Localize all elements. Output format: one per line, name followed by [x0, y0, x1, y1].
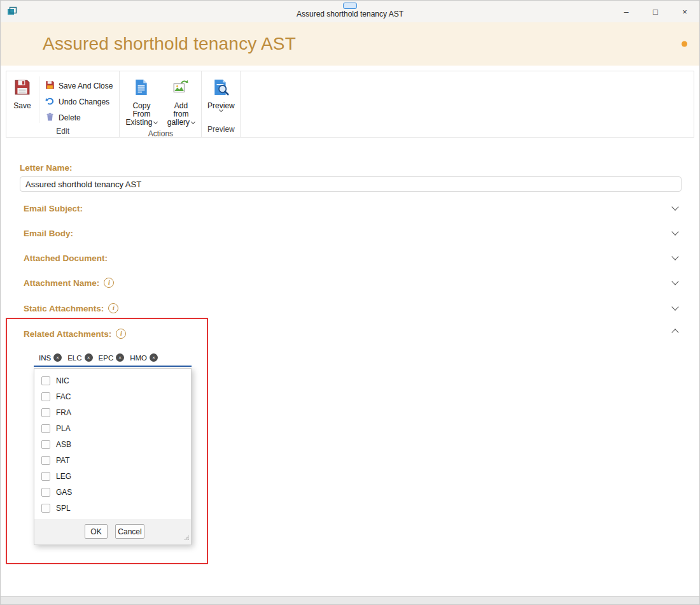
- chevron-down-icon: [191, 119, 195, 124]
- checkbox[interactable]: [41, 472, 50, 481]
- copy-from-existing-label2: Existing: [125, 118, 152, 127]
- section-email-body-label: Email Body:: [24, 229, 73, 238]
- list-item[interactable]: SPL: [34, 500, 191, 516]
- checkbox[interactable]: [41, 392, 50, 401]
- resize-grip-icon[interactable]: [184, 532, 190, 543]
- info-icon[interactable]: [104, 278, 114, 288]
- delete-icon: [45, 112, 55, 124]
- list-item[interactable]: LEG: [34, 468, 191, 484]
- close-button[interactable]: ×: [670, 1, 699, 22]
- save-button[interactable]: Save: [8, 74, 37, 125]
- option-label: PAT: [56, 456, 70, 465]
- section-attached-document[interactable]: Attached Document:: [24, 251, 680, 265]
- letter-name-input[interactable]: [20, 176, 682, 192]
- section-attachment-name[interactable]: Attachment Name:: [24, 276, 680, 290]
- info-icon[interactable]: [108, 303, 118, 313]
- option-label: SPL: [56, 504, 71, 513]
- list-item[interactable]: NIC: [34, 373, 191, 388]
- status-dot: [682, 41, 687, 47]
- add-from-gallery-label1: Add from: [165, 102, 196, 118]
- bottom-strip: [1, 596, 699, 604]
- option-label: NIC: [56, 376, 69, 385]
- tag-item: HMO: [130, 353, 158, 362]
- option-label: FAC: [56, 392, 71, 401]
- section-related-attachments[interactable]: Related Attachments:: [24, 327, 680, 341]
- option-label: ASB: [56, 440, 71, 449]
- copy-from-existing-button[interactable]: Copy From Existing: [121, 74, 162, 128]
- chevron-down-icon[interactable]: [671, 278, 678, 285]
- tag-item: ELC: [67, 353, 92, 362]
- tag-remove-icon[interactable]: [150, 353, 158, 362]
- list-item[interactable]: FAC: [34, 388, 191, 404]
- preview-icon: [213, 79, 229, 98]
- checkbox[interactable]: [41, 504, 50, 513]
- ribbon-group-actions-label: Actions: [120, 128, 201, 139]
- tag-label: INS: [39, 354, 51, 362]
- checkbox[interactable]: [41, 456, 50, 465]
- section-attached-document-label: Attached Document:: [24, 253, 108, 263]
- undo-changes-label: Undo Changes: [59, 97, 109, 106]
- delete-label: Delete: [59, 113, 81, 122]
- dropdown-footer: OK Cancel: [34, 519, 191, 544]
- checkbox[interactable]: [41, 408, 50, 417]
- save-and-close-label: Save And Close: [59, 82, 113, 90]
- checkbox[interactable]: [41, 488, 50, 497]
- letter-name-label: Letter Name:: [20, 163, 73, 173]
- list-item[interactable]: PAT: [34, 452, 191, 468]
- list-item[interactable]: PLA: [34, 420, 191, 436]
- minimize-button[interactable]: –: [612, 1, 641, 22]
- section-related-attachments-label: Related Attachments:: [24, 329, 111, 339]
- add-from-gallery-button[interactable]: Add from gallery: [162, 74, 200, 128]
- chevron-down-icon[interactable]: [671, 203, 678, 210]
- preview-button[interactable]: Preview: [203, 74, 239, 124]
- cancel-button[interactable]: Cancel: [115, 524, 144, 539]
- ribbon-group-edit-label: Edit: [6, 125, 119, 137]
- titlebar: Assured shorthold tenancy AST – □ ×: [1, 1, 699, 22]
- save-and-close-button[interactable]: Save And Close: [41, 78, 118, 94]
- list-item[interactable]: GAS: [34, 484, 191, 500]
- app-window: Assured shorthold tenancy AST – □ × Assu…: [0, 0, 700, 605]
- maximize-button[interactable]: □: [641, 1, 670, 22]
- section-email-body[interactable]: Email Body:: [24, 226, 680, 240]
- tab-pill-icon: [343, 3, 357, 9]
- option-label: PLA: [56, 424, 71, 433]
- option-label: GAS: [56, 488, 72, 497]
- chevron-down-icon[interactable]: [671, 228, 678, 235]
- related-attachments-dropdown: NIC FAC FRA PLA ASB PAT: [34, 368, 192, 545]
- checkbox[interactable]: [41, 376, 50, 385]
- related-attachments-tag-input[interactable]: INS ELC EPC HMO: [34, 350, 192, 367]
- tag-item: EPC: [99, 353, 125, 362]
- section-static-attachments-label: Static Attachments:: [24, 304, 104, 313]
- list-item[interactable]: FRA: [34, 404, 191, 420]
- section-static-attachments[interactable]: Static Attachments:: [24, 301, 680, 315]
- ribbon-group-preview: Preview Preview: [202, 71, 241, 137]
- chevron-down-icon[interactable]: [671, 303, 678, 310]
- ok-button[interactable]: OK: [85, 524, 108, 539]
- info-icon[interactable]: [116, 329, 126, 339]
- save-button-label: Save: [13, 102, 31, 110]
- tag-label: ELC: [67, 354, 81, 362]
- page-title: Assured shorthold tenancy AST: [43, 34, 296, 54]
- chevron-down-icon: [153, 119, 158, 124]
- undo-changes-button[interactable]: Undo Changes: [41, 94, 118, 110]
- tag-item: INS: [39, 353, 62, 362]
- checkbox[interactable]: [41, 440, 50, 449]
- undo-icon: [45, 96, 55, 108]
- copy-from-existing-icon: [133, 79, 150, 98]
- section-email-subject[interactable]: Email Subject:: [24, 201, 680, 215]
- chevron-up-icon[interactable]: [671, 329, 678, 336]
- delete-button[interactable]: Delete: [41, 110, 118, 125]
- section-email-subject-label: Email Subject:: [24, 204, 83, 213]
- add-from-gallery-icon: [172, 79, 189, 98]
- list-item[interactable]: ASB: [34, 436, 191, 452]
- option-label: LEG: [56, 472, 71, 481]
- ribbon-divider: [39, 76, 39, 123]
- chevron-down-icon[interactable]: [671, 253, 678, 260]
- tag-remove-icon[interactable]: [53, 353, 62, 362]
- tag-remove-icon[interactable]: [116, 353, 124, 362]
- tag-remove-icon[interactable]: [85, 353, 93, 362]
- page-header: Assured shorthold tenancy AST: [1, 22, 699, 66]
- checkbox[interactable]: [41, 424, 50, 433]
- copy-from-existing-label1: Copy From: [125, 102, 158, 118]
- section-attachment-name-label: Attachment Name:: [24, 278, 99, 288]
